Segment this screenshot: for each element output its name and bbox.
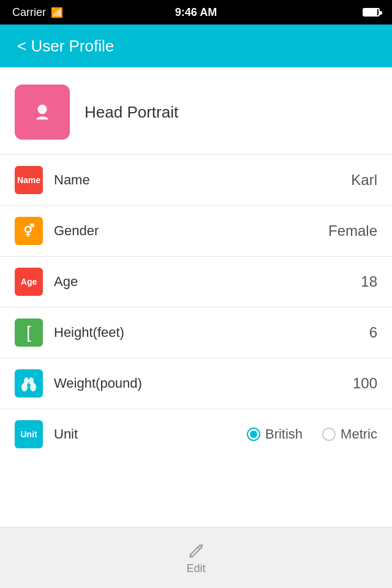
wifi-icon: 📶: [51, 7, 63, 18]
age-label: Age: [54, 274, 176, 290]
height-icon: [: [15, 318, 43, 347]
svg-point-0: [37, 105, 47, 114]
height-row: [ Height(feet) 6: [0, 307, 392, 358]
unit-label: Unit: [54, 426, 176, 442]
name-icon: Name: [15, 166, 43, 194]
unit-row: Unit Unit British Metric: [0, 409, 392, 459]
unit-icon: Unit: [15, 420, 43, 448]
edit-button[interactable]: Edit: [186, 540, 206, 575]
age-row: Age Age 18: [0, 257, 392, 307]
british-radio[interactable]: [247, 428, 260, 441]
svg-point-4: [30, 383, 36, 391]
metric-label: Metric: [341, 426, 377, 442]
height-label: Height(feet): [54, 325, 176, 341]
footprint-svg: [20, 375, 37, 392]
profile-header: Head Portrait: [0, 67, 392, 155]
svg-line-5: [198, 547, 200, 549]
status-left: Carrier 📶: [12, 6, 63, 19]
age-icon: Age: [15, 268, 43, 296]
weight-label: Weight(pound): [54, 375, 176, 391]
weight-icon: [15, 369, 43, 398]
battery-icon: [363, 8, 380, 17]
name-row: Name Name Karl: [0, 155, 392, 206]
nav-bar: < User Profile: [0, 24, 392, 67]
nav-title: < User Profile: [17, 37, 114, 56]
metric-option[interactable]: Metric: [322, 426, 377, 442]
avatar-icon: [32, 102, 52, 122]
head-portrait-label: Head Portrait: [85, 103, 178, 122]
svg-point-3: [21, 383, 28, 391]
name-value: Karl: [351, 172, 377, 189]
status-time: 9:46 AM: [175, 6, 217, 19]
profile-content: Head Portrait Name Name Karl ⚥ Gender Fe…: [0, 67, 392, 521]
status-bar: Carrier 📶 9:46 AM: [0, 0, 392, 24]
gender-row: ⚥ Gender Female: [0, 206, 392, 257]
weight-value: 100: [353, 375, 377, 392]
avatar[interactable]: [15, 85, 70, 140]
status-right: [363, 8, 380, 17]
british-option[interactable]: British: [247, 426, 303, 442]
weight-row: Weight(pound) 100: [0, 358, 392, 409]
back-button[interactable]: < User Profile: [12, 37, 114, 56]
unit-radio-group: British Metric: [247, 426, 377, 442]
height-value: 6: [369, 324, 377, 341]
footer-toolbar: Edit: [0, 527, 392, 588]
carrier-label: Carrier: [12, 6, 46, 19]
edit-pencil-icon: [186, 540, 206, 560]
gender-value: Female: [328, 222, 377, 239]
metric-radio[interactable]: [322, 428, 336, 441]
british-label: British: [265, 426, 303, 442]
name-label: Name: [54, 172, 176, 188]
age-value: 18: [361, 273, 377, 290]
gender-icon: ⚥: [15, 217, 43, 245]
edit-label: Edit: [186, 562, 205, 575]
gender-label: Gender: [54, 223, 176, 239]
british-dot: [250, 431, 257, 438]
